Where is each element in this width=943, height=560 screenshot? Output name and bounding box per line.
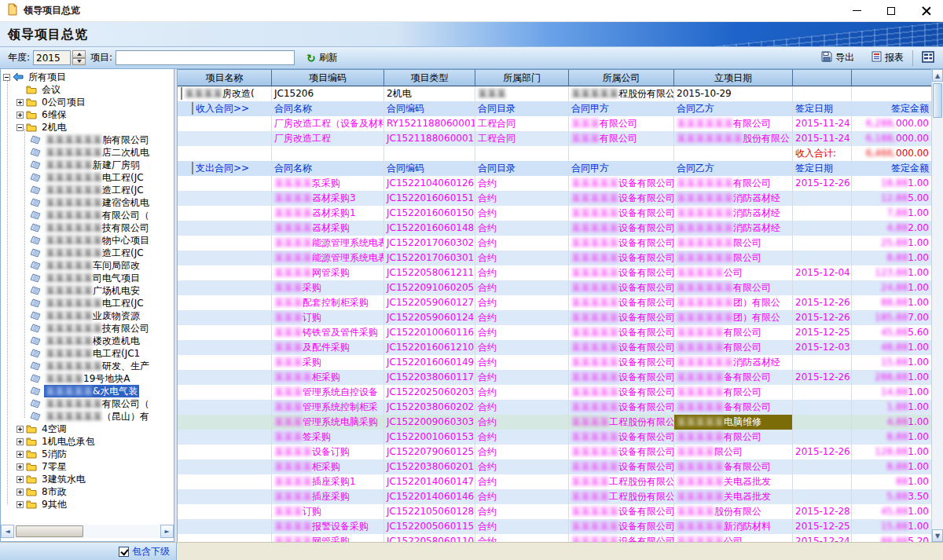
cell[interactable]: 合约	[475, 221, 569, 236]
column-header[interactable]: 所属部门	[475, 69, 569, 86]
cell[interactable]: 14,881.00	[852, 385, 931, 400]
cell[interactable]: 某某某某某设备有限公司	[569, 236, 674, 251]
cell[interactable]	[178, 504, 272, 519]
cell[interactable]	[178, 474, 272, 489]
tree-item[interactable]: 2机电	[1, 121, 174, 134]
tree-item[interactable]: 6维保	[1, 108, 174, 121]
cell[interactable]: 合约	[475, 489, 569, 504]
cell[interactable]	[475, 146, 569, 161]
cell[interactable]: 某某某某某设备有限公司	[569, 295, 674, 310]
tree-item[interactable]: 某某某某某广场机电安	[1, 284, 174, 297]
cell[interactable]: 合约	[475, 295, 569, 310]
cell[interactable]	[793, 355, 852, 370]
cell[interactable]	[793, 385, 852, 400]
cell[interactable]: 某某某某某设备有限公司	[569, 280, 674, 295]
cell[interactable]: 某某某某某设备有限公司	[569, 445, 674, 459]
cell[interactable]: 某某某某某备有限公司	[674, 400, 793, 415]
cell[interactable]: 某某某某房改造(	[178, 86, 272, 101]
cell[interactable]	[178, 131, 272, 146]
cell[interactable]: JC1522014060147	[384, 474, 475, 489]
cell[interactable]: 合约	[475, 430, 569, 445]
cell[interactable]	[178, 325, 272, 340]
cell[interactable]	[793, 221, 852, 236]
cell[interactable]: 某某某某股份有限公	[674, 504, 793, 519]
cell[interactable]: 2015-12-03	[793, 340, 852, 355]
cell[interactable]: 合约	[475, 415, 569, 430]
cell[interactable]: 合约	[475, 191, 569, 206]
sub-column-header[interactable]: 签定日期	[793, 101, 852, 116]
close-button[interactable]	[908, 0, 943, 22]
cell[interactable]: 某某某某某设备有限公司	[569, 340, 674, 355]
cell[interactable]: 12,885.00	[852, 191, 931, 206]
cell[interactable]: 工程合同	[475, 131, 569, 146]
column-header[interactable]: 项目编码	[272, 69, 384, 86]
cell[interactable]: 某某某某柜采购	[272, 459, 384, 474]
contract-row[interactable]: 某某某采购JC1522016060149合约某某某某某设备有限公司某某某某某某消…	[178, 355, 931, 370]
cell[interactable]: 某某某某网管采购	[272, 534, 384, 542]
cell[interactable]	[178, 340, 272, 355]
cell[interactable]: 某某某某某设备有限公司	[569, 459, 674, 474]
contract-row[interactable]: 某某某订购JC1522059060124合约某某某某某设备有限公司某某某某某某团…	[178, 310, 931, 325]
grid-vertical-scrollbar[interactable]: ▲ ▼	[931, 69, 943, 542]
cell[interactable]: 某某某某某公司	[674, 265, 793, 280]
cell[interactable]: 某某某某某备有限公司	[674, 459, 793, 474]
cell[interactable]: 某某某某某公司	[674, 534, 793, 542]
cell[interactable]: 185,887.00	[852, 310, 931, 325]
cell[interactable]: 2015-11-24	[793, 116, 852, 131]
cell[interactable]: 某某某某某某消防器材经	[674, 206, 793, 221]
cell[interactable]: 某某某某某程股份有限公	[569, 86, 674, 101]
tree-item[interactable]: 某某某某某某有限公司（	[1, 209, 174, 221]
cell[interactable]: JC1522058061211	[384, 265, 475, 280]
cell[interactable]: 某某某某器材采购1	[272, 206, 384, 221]
tree-item[interactable]: 1机电总承包	[1, 435, 174, 448]
cell[interactable]: 某某某某工程股份有限公	[569, 474, 674, 489]
cell[interactable]: 某某某某报警设备采购	[272, 519, 384, 534]
contract-row[interactable]: 某某某某插座采购1JC1522014060147合约某某某某工程股份有限公某某某…	[178, 474, 931, 489]
cell[interactable]: 某某某某工程股份有限公	[569, 489, 674, 504]
cell[interactable]: 合约	[475, 206, 569, 221]
cell[interactable]: JC1521188060001	[384, 131, 475, 146]
cell[interactable]: 合约	[475, 176, 569, 191]
cell[interactable]	[178, 370, 272, 385]
contract-row[interactable]: 某某某管理系统电脑采购JC1522009060303合约某某某某工程股份有限公某…	[178, 415, 931, 430]
cell[interactable]	[178, 251, 272, 265]
cell[interactable]: 123,881.00	[852, 265, 931, 280]
contract-row[interactable]: 某某某某柜采购JC1522038060117合约某某某某某设备有限公司某某某某某…	[178, 370, 931, 385]
cell[interactable]: 15,881.00	[852, 355, 931, 370]
cell[interactable]	[178, 295, 272, 310]
cell[interactable]: 某某某某某设备有限公司	[569, 430, 674, 445]
tree-item[interactable]: 某某某某某司电气项目	[1, 272, 174, 284]
year-spinner[interactable]	[72, 50, 86, 65]
scroll-left-button[interactable]: ◄	[1, 525, 14, 538]
cell[interactable]: 2015-11-24	[793, 131, 852, 146]
maximize-button[interactable]	[874, 0, 908, 22]
cell[interactable]: 某某某某某某消防器材经	[674, 355, 793, 370]
cell[interactable]: 8,881.00	[852, 430, 931, 445]
tree-item[interactable]: 某某某某某某胎有限公司	[1, 134, 174, 146]
scrollbar-thumb[interactable]	[933, 83, 942, 118]
cell[interactable]: 某某某某某设备有限公司	[569, 206, 674, 221]
cell[interactable]: 2015-12-26	[793, 176, 852, 191]
cell[interactable]	[178, 206, 272, 221]
project-row[interactable]: 某某某某房改造(JC152062机电某某某某某某某某程股份有限公2015-10-…	[178, 86, 931, 101]
cell[interactable]: 某某某某器材采购3	[272, 191, 384, 206]
cell[interactable]: JC1522038060117	[384, 370, 475, 385]
cell[interactable]: 7,881.00	[852, 206, 931, 221]
cell[interactable]: 某某某某插座采购	[272, 489, 384, 504]
cell[interactable]: 合约	[475, 370, 569, 385]
column-header[interactable]: 立项日期	[674, 69, 793, 86]
spinner-up-button[interactable]	[72, 50, 86, 58]
cell[interactable]	[793, 430, 852, 445]
expand-icon[interactable]	[17, 501, 24, 508]
contract-row[interactable]: 某某某某能源管理系统电表JC1522017060302合约某某某某某设备有限公司…	[178, 236, 931, 251]
cell[interactable]: 某某某某限公司	[674, 445, 793, 459]
cell[interactable]: JC1522017060301	[384, 251, 475, 265]
expand-icon[interactable]	[17, 112, 24, 119]
cell[interactable]	[178, 519, 272, 534]
cell[interactable]: 某某某某网管采购	[272, 265, 384, 280]
cell[interactable]: 某某某某能源管理系统电表	[272, 251, 384, 265]
cell[interactable]: JC1522091060205	[384, 280, 475, 295]
cell[interactable]: 某某某某设备订购	[272, 445, 384, 459]
cell[interactable]	[793, 206, 852, 221]
tree-item[interactable]: 5消防	[1, 448, 174, 460]
